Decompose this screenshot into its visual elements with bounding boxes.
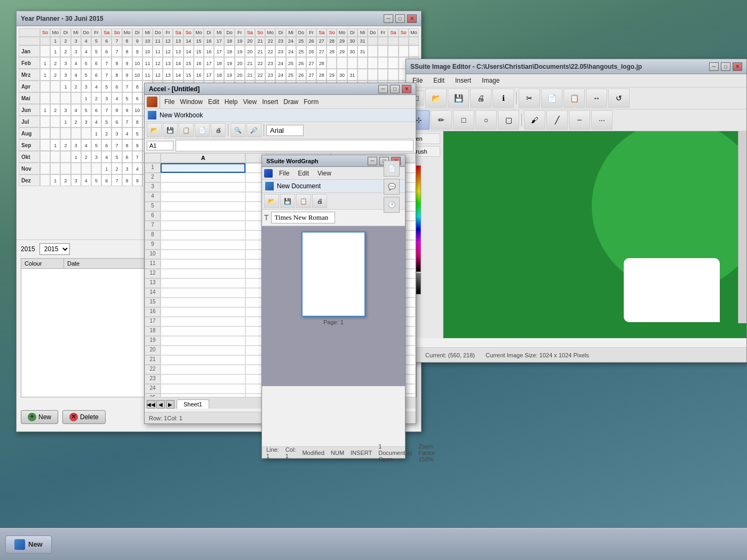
ie-brush-tool[interactable]: 🖌 <box>524 110 545 130</box>
calendar-cell[interactable]: 29 <box>327 69 337 81</box>
calendar-cell[interactable] <box>347 57 357 69</box>
calendar-cell[interactable] <box>357 69 368 81</box>
calendar-cell[interactable]: 6 <box>132 92 142 104</box>
accel-insert-menu[interactable]: Insert <box>260 97 280 107</box>
calendar-cell[interactable]: 3 <box>71 45 81 57</box>
ie-dashed-line-tool[interactable]: ┄ <box>569 110 590 130</box>
grid-cell[interactable] <box>161 211 245 221</box>
calendar-cell[interactable]: 6 <box>91 104 101 116</box>
calendar-cell[interactable] <box>71 92 81 104</box>
calendar-cell[interactable]: 2 <box>50 69 60 81</box>
calendar-cell[interactable]: 3 <box>60 69 70 81</box>
calendar-cell[interactable]: 2 <box>60 45 70 57</box>
sheet-nav-first[interactable]: ◀◀ <box>147 400 155 409</box>
calendar-cell[interactable] <box>388 57 398 69</box>
calendar-cell[interactable]: 5 <box>112 151 122 163</box>
calendar-cell[interactable]: 4 <box>132 163 142 174</box>
calendar-cell[interactable]: 12 <box>163 45 173 57</box>
calendar-cell[interactable]: 4 <box>81 139 91 151</box>
cell-reference[interactable]: A1 <box>147 141 173 150</box>
ie-cut-btn[interactable]: ✂ <box>519 89 540 108</box>
calendar-cell[interactable]: 10 <box>132 104 142 116</box>
maximize-button[interactable]: □ <box>395 14 405 23</box>
calendar-cell[interactable]: 20 <box>245 45 255 57</box>
calendar-cell[interactable]: 21 <box>245 57 255 69</box>
calendar-cell[interactable]: 2 <box>60 139 70 151</box>
calendar-cell[interactable]: 25 <box>286 69 296 81</box>
calendar-cell[interactable]: 17 <box>204 69 214 81</box>
calendar-cell[interactable] <box>40 127 50 139</box>
ie-flip-btn[interactable]: ↔ <box>586 89 607 108</box>
calendar-cell[interactable]: 1 <box>81 92 91 104</box>
grid-cell[interactable] <box>161 317 245 326</box>
calendar-cell[interactable]: 6 <box>122 151 132 163</box>
calendar-cell[interactable] <box>368 45 378 57</box>
calendar-cell[interactable] <box>40 92 50 104</box>
calendar-cell[interactable] <box>81 127 91 139</box>
ie-save-btn[interactable]: 💾 <box>448 89 469 108</box>
calendar-cell[interactable]: 27 <box>306 69 316 81</box>
close-button[interactable]: ✕ <box>407 14 417 23</box>
word-save-btn[interactable]: 💾 <box>280 194 295 208</box>
search-btn[interactable]: 🔍 <box>231 123 245 137</box>
grid-cell[interactable] <box>161 355 245 365</box>
calendar-cell[interactable]: 5 <box>81 104 91 116</box>
calendar-cell[interactable]: 8 <box>122 139 132 151</box>
calendar-cell[interactable]: 5 <box>81 69 91 81</box>
calendar-cell[interactable]: 15 <box>184 69 194 81</box>
calendar-cell[interactable]: 8 <box>112 57 122 69</box>
ie-line-tool[interactable]: ╱ <box>546 110 568 130</box>
calendar-cell[interactable]: 14 <box>184 45 194 57</box>
ie-copy-btn[interactable]: 📄 <box>541 89 562 108</box>
calendar-cell[interactable]: 29 <box>337 45 347 57</box>
calendar-cell[interactable]: 7 <box>132 151 142 163</box>
ie-print-btn[interactable]: 🖨 <box>470 89 491 108</box>
calendar-cell[interactable]: 2 <box>91 92 101 104</box>
accel-minimize[interactable]: ─ <box>378 85 388 93</box>
calendar-cell[interactable]: 9 <box>122 104 132 116</box>
calendar-cell[interactable]: 2 <box>101 127 112 139</box>
calendar-cell[interactable]: 17 <box>214 45 224 57</box>
calendar-cell[interactable] <box>40 174 50 186</box>
sheet-tab-sheet1[interactable]: Sheet1 <box>177 399 209 409</box>
calendar-cell[interactable]: 20 <box>235 69 245 81</box>
calendar-cell[interactable]: 3 <box>81 81 91 92</box>
calendar-cell[interactable]: 1 <box>71 151 81 163</box>
calendar-cell[interactable]: 16 <box>204 45 214 57</box>
calendar-cell[interactable]: 13 <box>163 69 173 81</box>
calendar-cell[interactable] <box>60 151 70 163</box>
word-edit-menu[interactable]: Edit <box>296 169 311 178</box>
calendar-cell[interactable]: 11 <box>153 45 163 57</box>
calendar-cell[interactable]: 24 <box>286 45 296 57</box>
calendar-cell[interactable]: 9 <box>132 45 142 57</box>
accel-view-menu[interactable]: View <box>241 97 259 107</box>
calendar-cell[interactable]: 1 <box>101 163 112 174</box>
ie-more-tool[interactable]: ··· <box>591 110 613 130</box>
word-file-menu[interactable]: File <box>277 169 291 178</box>
calendar-cell[interactable] <box>40 116 50 127</box>
calendar-cell[interactable] <box>50 163 60 174</box>
grid-cell[interactable] <box>161 288 245 298</box>
calendar-cell[interactable]: 4 <box>91 116 101 127</box>
calendar-cell[interactable]: 19 <box>235 45 245 57</box>
calendar-cell[interactable]: 10 <box>132 57 142 69</box>
calendar-cell[interactable]: 5 <box>91 45 101 57</box>
calendar-cell[interactable]: 19 <box>224 57 234 69</box>
calendar-cell[interactable]: 11 <box>142 69 153 81</box>
calendar-cell[interactable]: 8 <box>132 81 142 92</box>
ie-canvas[interactable] <box>443 131 746 338</box>
calendar-cell[interactable]: 8 <box>122 174 132 186</box>
word-copy-btn[interactable]: 📋 <box>296 194 311 208</box>
calendar-cell[interactable]: 9 <box>122 69 132 81</box>
sheet-nav-prev[interactable]: ◀ <box>156 400 165 409</box>
calendar-cell[interactable] <box>50 127 60 139</box>
calendar-cell[interactable] <box>40 45 50 57</box>
calendar-cell[interactable]: 26 <box>296 57 306 69</box>
calendar-cell[interactable]: 2 <box>71 116 81 127</box>
calendar-cell[interactable]: 5 <box>91 139 101 151</box>
calendar-cell[interactable]: 12 <box>153 69 163 81</box>
grid-cell[interactable] <box>161 326 245 336</box>
calendar-cell[interactable]: 28 <box>316 57 327 69</box>
calendar-cell[interactable]: 3 <box>81 116 91 127</box>
calendar-cell[interactable]: 5 <box>101 116 112 127</box>
